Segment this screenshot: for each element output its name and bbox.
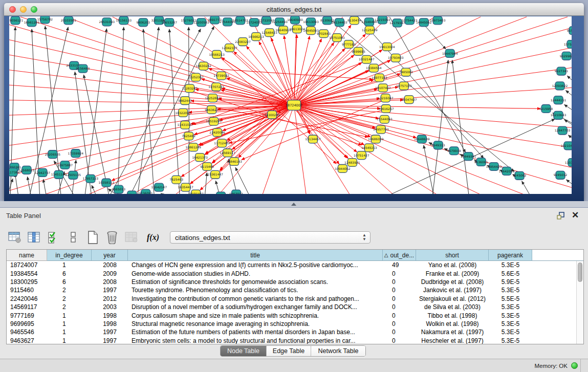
graph-node-label: 10322093	[175, 111, 191, 115]
attribute-table: namein_degreeyeartitle△out_de...shortpag…	[6, 249, 584, 344]
tab-network-table[interactable]: Network Table	[311, 346, 365, 356]
graph-node-label: 10107427	[375, 86, 391, 90]
table-cell-in_degree: 1	[47, 320, 92, 327]
column-header-name[interactable]: name	[7, 250, 47, 261]
graph-node-label: 9136061	[474, 160, 488, 164]
graph-node-label: 9156483	[76, 67, 90, 70]
column-header-title[interactable]: title	[128, 250, 383, 261]
table-row[interactable]: 1830029562008Estimation of significance …	[7, 278, 576, 286]
graph-node-label: 12483921	[344, 161, 360, 164]
table-cell-pagerank: 5.3E-5	[489, 287, 532, 294]
select-all-columns-icon[interactable]	[45, 229, 62, 246]
column-header-short[interactable]: short	[416, 250, 489, 261]
table-row[interactable]: 946362711997Embryonic stem cells: a mode…	[7, 337, 576, 344]
table-cell-in_degree: 1	[47, 261, 92, 269]
graph-node-label: 22420046	[209, 130, 225, 134]
panel-splitter[interactable]	[0, 201, 588, 207]
graph-node-label: 9702843	[317, 32, 331, 35]
edge-black	[161, 193, 171, 194]
table-cell-name: 14569117	[7, 303, 47, 311]
column-header-in_degree[interactable]: in_degree	[47, 250, 92, 261]
table-cell-out_de: 0	[383, 287, 416, 294]
edge-black	[564, 104, 572, 119]
graph-node-label: 16047427	[401, 98, 417, 101]
table-cell-name: 18300295	[7, 278, 47, 286]
table-row[interactable]: 977716911998Corpus callosum shape and si…	[7, 311, 576, 319]
table-cell-short: de Silva et al. (2003)	[416, 303, 489, 311]
network-graph[interactable]: 1905612116961261157567822010356126531093…	[9, 16, 572, 194]
edge-black	[28, 177, 32, 194]
graph-node-label: 11642093	[499, 169, 515, 173]
graph-node-label: 9245062	[513, 174, 527, 178]
table-panel-header: Table Panel ✕	[0, 208, 588, 224]
graph-node-label: 10653287	[161, 20, 177, 24]
deselect-all-columns-icon[interactable]	[64, 229, 82, 246]
graph-node-label: 15361447	[207, 173, 223, 177]
column-header-year[interactable]: year	[92, 250, 128, 261]
table-row[interactable]: 2242004622012Investigating the contribut…	[7, 295, 576, 303]
table-cell-pagerank: 5.3E-5	[489, 303, 532, 311]
table-toolbar: f(x) citations_edges.txt ▲▼	[6, 226, 582, 249]
table-selector-dropdown[interactable]: citations_edges.txt ▲▼	[170, 231, 371, 244]
tab-node-table[interactable]: Node Table	[221, 346, 267, 356]
sort-ascending-icon: △	[384, 252, 388, 258]
graph-node-label: 12200583	[193, 20, 209, 24]
graph-node-label: 10754423	[402, 18, 418, 22]
graph-node-label: 9117384	[9, 170, 20, 174]
edge-red	[294, 105, 537, 194]
table-cell-title: Disruption of a novel member of a sodium…	[128, 303, 383, 311]
graph-node-label: 10191447	[188, 192, 204, 194]
scrollbar-thumb[interactable]	[578, 262, 582, 282]
delete-column-icon[interactable]	[103, 229, 121, 246]
column-header-out_de[interactable]: △out_de...	[383, 250, 416, 261]
table-cell-short: Tibbo et al. (1998)	[416, 312, 489, 319]
graph-node-label: 12252367	[188, 75, 204, 79]
splitter-grip-icon[interactable]	[291, 203, 296, 206]
table-cell-year: 1997	[92, 329, 128, 336]
graph-node-label: 10944062	[335, 167, 351, 170]
table-cell-year: 1998	[92, 320, 128, 327]
table-cell-year: 2008	[92, 261, 128, 269]
graph-node-label: 11451141	[51, 173, 67, 177]
table-cell-pagerank: 5.3E-5	[489, 329, 532, 336]
graph-node-label: 17957223	[83, 177, 99, 180]
close-panel-icon[interactable]: ✕	[571, 211, 580, 220]
graph-node-label: 16210643	[551, 114, 567, 117]
table-row[interactable]: 946554611997Estimation of the future num…	[7, 328, 576, 336]
table-row[interactable]: 911546021997Tourette syndrome. Phenomeno…	[7, 286, 576, 294]
graph-node-label: 16421373	[192, 156, 208, 159]
graph-node-label: 16977143	[372, 76, 387, 79]
table-row[interactable]: 1938455462009Genome-wide association stu…	[7, 269, 576, 277]
table-mode-icon[interactable]	[6, 229, 24, 246]
table-row[interactable]: 969969511998Structural magnetic resonanc…	[7, 320, 576, 328]
table-cell-name: 9699695	[7, 320, 47, 327]
show-columns-icon[interactable]	[26, 229, 43, 246]
delete-table-icon[interactable]	[123, 229, 140, 246]
graph-node-label: 9862447	[178, 99, 192, 102]
graph-node-label: 9565013	[112, 187, 125, 191]
edge-black	[15, 173, 19, 194]
table-cell-name: 9465546	[7, 329, 47, 336]
column-header-filler	[532, 250, 583, 261]
window-titlebar[interactable]: citations_edges.txt	[4, 3, 584, 16]
function-builder-icon[interactable]: f(x)	[144, 229, 162, 246]
graph-node-label: 11642147	[151, 185, 167, 189]
table-cell-short: Jankovic et al. (1997)	[416, 287, 489, 294]
new-column-icon[interactable]	[84, 229, 101, 246]
network-canvas[interactable]: 1905612116961261157567822010356126531093…	[9, 16, 572, 194]
graph-node-label: 19447944	[442, 52, 458, 55]
edge-red	[20, 17, 294, 105]
memory-ok-indicator[interactable]	[571, 362, 578, 369]
graph-node-label: 12707223	[208, 85, 224, 89]
column-header-pagerank[interactable]: pagerank	[489, 250, 532, 261]
graph-node-label: 12042107	[222, 46, 237, 50]
table-cell-out_de: 0	[383, 270, 416, 277]
float-panel-icon[interactable]	[556, 211, 565, 221]
tab-edge-table[interactable]: Edge Table	[267, 346, 311, 356]
graph-node-label: 19613024	[379, 45, 395, 49]
graph-node-label: 13216047	[378, 96, 394, 100]
table-row[interactable]: 1872400712008Changes of HCN gene express…	[7, 261, 576, 269]
edge-red	[294, 105, 364, 145]
vertical-scrollbar[interactable]	[576, 261, 583, 344]
table-row[interactable]: 1456911722003Disruption of a novel membe…	[7, 303, 576, 311]
